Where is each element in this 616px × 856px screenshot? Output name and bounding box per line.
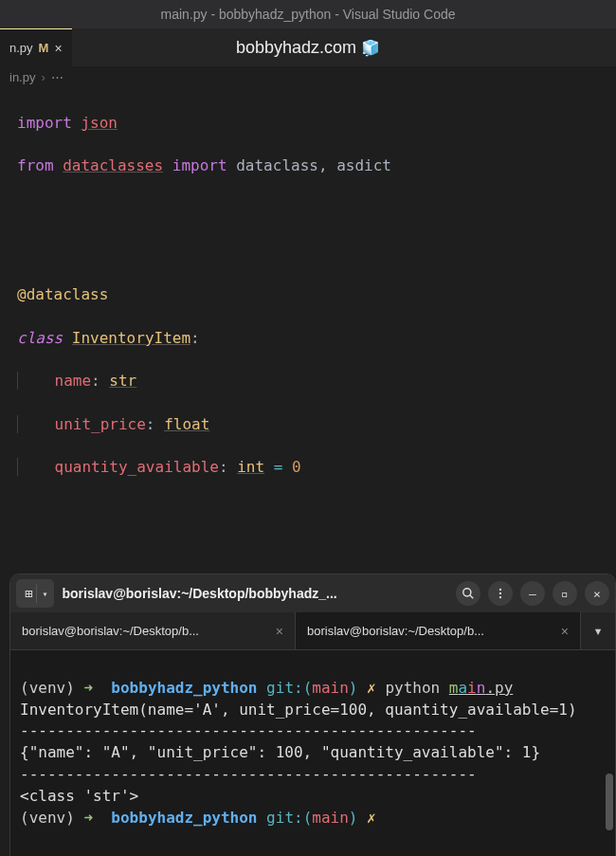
- window-title-bar: main.py - bobbyhadz_python - Visual Stud…: [0, 0, 616, 28]
- close-icon[interactable]: ×: [54, 41, 62, 56]
- cube-icon: 🧊: [361, 40, 380, 56]
- tab-filename: n.py: [9, 41, 33, 55]
- editor-tab-bar: n.py M × bobbyhadz.com 🧊: [0, 28, 616, 66]
- chevron-down-icon: ▾: [40, 589, 49, 599]
- menu-icon[interactable]: [488, 581, 513, 606]
- breadcrumb[interactable]: in.py › ⋯: [0, 66, 616, 87]
- minimize-button[interactable]: ‒: [520, 581, 545, 606]
- close-icon[interactable]: ×: [276, 624, 283, 639]
- terminal-title: borislav@borislav:~/Desktop/bobbyhadz_..…: [62, 586, 448, 601]
- maximize-button[interactable]: ▫: [553, 581, 577, 606]
- breadcrumb-dots: ⋯: [51, 70, 63, 84]
- breadcrumb-file: in.py: [9, 70, 35, 84]
- chevron-down-icon: ▾: [593, 622, 603, 640]
- tab-modified-badge: M: [39, 41, 49, 55]
- svg-point-4: [499, 596, 501, 598]
- terminal-tab-2[interactable]: borislav@borislav:~/Desktop/b... ×: [296, 612, 581, 649]
- close-button[interactable]: ×: [585, 581, 609, 606]
- terminal-window: ⊞ ▾ borislav@borislav:~/Desktop/bobbyhad…: [9, 574, 616, 856]
- editor-tab-main[interactable]: n.py M ×: [0, 28, 72, 66]
- svg-point-2: [499, 589, 501, 591]
- terminal-tab-1[interactable]: borislav@borislav:~/Desktop/b... ×: [10, 612, 296, 649]
- search-icon[interactable]: [456, 581, 480, 606]
- terminal-tab-label: borislav@borislav:~/Desktop/b...: [22, 624, 199, 638]
- window-title: main.py - bobbyhadz_python - Visual Stud…: [160, 7, 455, 22]
- chevron-right-icon: ›: [41, 70, 45, 84]
- svg-line-1: [470, 595, 474, 599]
- terminal-title-bar: ⊞ ▾ borislav@borislav:~/Desktop/bobbyhad…: [10, 574, 615, 612]
- terminal-tab-label: borislav@borislav:~/Desktop/b...: [307, 624, 484, 638]
- scrollbar[interactable]: [606, 774, 613, 830]
- terminal-output[interactable]: (venv) ➜ bobbyhadz_python git:(main) ✗ p…: [10, 650, 615, 856]
- terminal-tab-bar: borislav@borislav:~/Desktop/b... × boris…: [10, 612, 615, 650]
- close-icon[interactable]: ×: [561, 624, 569, 639]
- terminal-window-controls: ‒ ▫ ×: [520, 581, 609, 606]
- svg-point-0: [463, 589, 471, 596]
- terminal-plus-icon: ⊞: [21, 584, 37, 603]
- watermark: bobbyhadz.com 🧊: [236, 38, 380, 58]
- terminal-new-tab-button[interactable]: ⊞ ▾: [16, 579, 54, 608]
- svg-point-3: [499, 592, 501, 594]
- terminal-tab-dropdown[interactable]: ▾: [581, 612, 615, 649]
